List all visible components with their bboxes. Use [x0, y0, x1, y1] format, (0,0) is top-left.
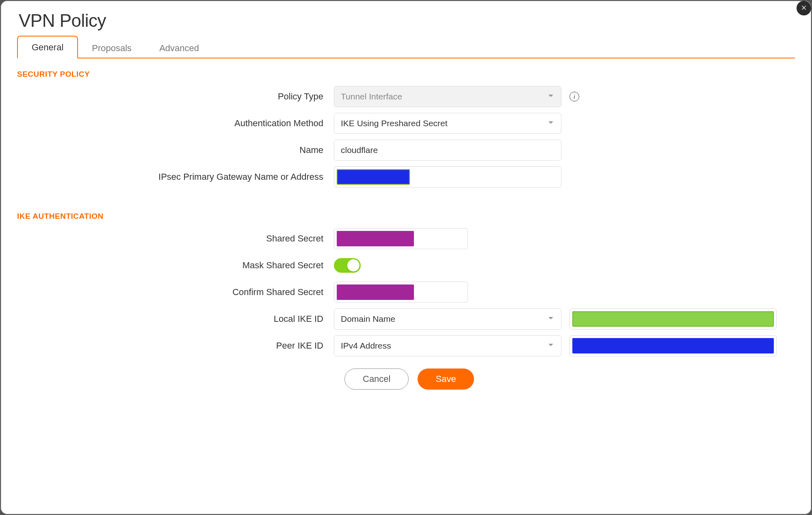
close-icon — [801, 4, 807, 12]
input-shared-secret[interactable] — [334, 228, 468, 249]
button-row: Cancel Save — [344, 368, 795, 390]
select-local-ike-id-type[interactable]: Domain Name — [334, 308, 561, 330]
chevron-down-icon — [547, 92, 554, 101]
redacted-value — [337, 231, 414, 246]
label-local-ike-id: Local IKE ID — [17, 314, 334, 324]
tab-general[interactable]: General — [17, 36, 78, 58]
toggle-knob — [347, 259, 359, 272]
input-name[interactable]: cloudflare — [334, 140, 561, 161]
label-confirm-shared-secret: Confirm Shared Secret — [17, 287, 334, 297]
section-ike-authentication: IKE AUTHENTICATION — [17, 212, 811, 221]
select-peer-ike-id-type[interactable]: IPv4 Address — [334, 335, 561, 356]
tab-bar: General Proposals Advanced — [17, 35, 795, 58]
save-button[interactable]: Save — [418, 368, 474, 390]
select-peer-ike-id-value: IPv4 Address — [341, 341, 391, 351]
vpn-policy-dialog: VPN Policy General Proposals Advanced SE… — [1, 1, 811, 514]
security-policy-form: Policy Type Tunnel Interface i Authentic… — [17, 86, 795, 187]
select-local-ike-id-value: Domain Name — [341, 314, 395, 324]
select-policy-type: Tunnel Interface — [334, 86, 561, 107]
redacted-value — [337, 169, 410, 185]
label-auth-method: Authentication Method — [17, 118, 334, 129]
redacted-value — [337, 284, 414, 300]
input-confirm-shared-secret[interactable] — [334, 282, 468, 303]
label-policy-type: Policy Type — [17, 91, 334, 102]
label-ipsec-gateway: IPsec Primary Gateway Name or Address — [17, 172, 334, 182]
select-auth-method[interactable]: IKE Using Preshared Secret — [334, 113, 561, 134]
tab-advanced[interactable]: Advanced — [145, 37, 213, 58]
tab-proposals[interactable]: Proposals — [78, 37, 145, 58]
info-icon[interactable]: i — [569, 92, 579, 101]
chevron-down-icon — [547, 119, 554, 128]
cancel-button[interactable]: Cancel — [344, 368, 409, 390]
redacted-value — [572, 311, 774, 327]
select-auth-method-value: IKE Using Preshared Secret — [341, 119, 448, 128]
toggle-mask-shared-secret[interactable] — [334, 258, 361, 273]
label-name: Name — [17, 145, 334, 155]
input-name-value: cloudflare — [341, 145, 378, 155]
ike-auth-form: Shared Secret Mask Shared Secret Confirm… — [17, 228, 795, 390]
input-peer-ike-id[interactable] — [569, 335, 777, 356]
page-title: VPN Policy — [19, 11, 811, 31]
input-ipsec-gateway[interactable] — [334, 166, 561, 187]
close-button[interactable] — [797, 1, 811, 15]
section-security-policy: SECURITY POLICY — [17, 70, 811, 79]
input-local-ike-id[interactable] — [569, 308, 777, 330]
chevron-down-icon — [547, 314, 554, 324]
select-policy-type-value: Tunnel Interface — [341, 92, 402, 101]
chevron-down-icon — [547, 341, 554, 351]
label-mask-shared-secret: Mask Shared Secret — [17, 260, 334, 271]
redacted-value — [572, 338, 774, 353]
label-shared-secret: Shared Secret — [17, 233, 334, 244]
label-peer-ike-id: Peer IKE ID — [17, 340, 334, 351]
